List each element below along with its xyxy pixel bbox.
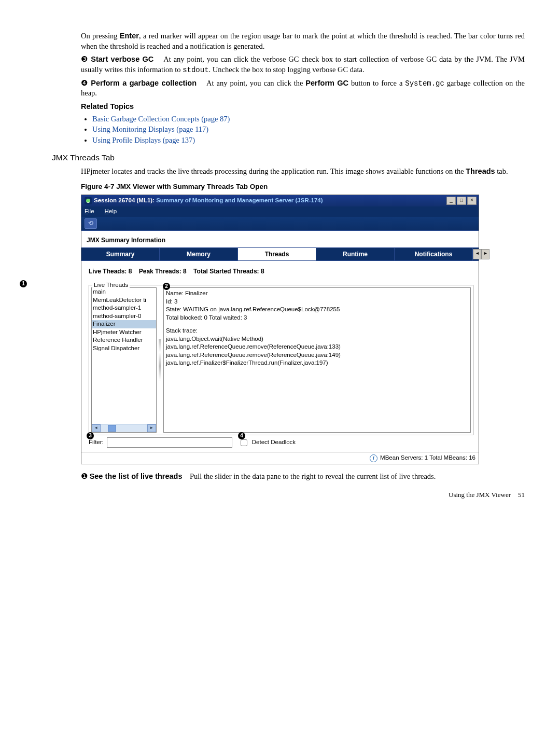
stack-line: java.lang.ref.ReferenceQueue.remove(Refe… — [166, 351, 468, 360]
thread-item[interactable]: method-sampler-1 — [92, 304, 156, 312]
para-perform-gc: ❹ Perform a garbage collection At any po… — [81, 78, 525, 99]
link-profile-displays[interactable]: Using Profile Displays (page 137) — [92, 136, 195, 144]
jmx-viewer-window: Session 26704 (ML1): Summary of Monitori… — [81, 195, 479, 464]
filter-label: Filter: — [89, 438, 104, 447]
live-threads-panel: Live Threads 1 main MemLeakDetector ti m… — [89, 285, 473, 435]
tab-scroll-left[interactable]: ◂ — [473, 249, 481, 259]
menubar: File Help — [81, 206, 479, 217]
para-see-list: ❶ See the list of live threads Pull the … — [81, 472, 525, 482]
section-title: JMX Summary Information — [81, 231, 479, 247]
para-start-verbose-gc: ❸ Start verbose GC At any point, you can… — [81, 54, 525, 75]
tab-notifications[interactable]: Notifications — [395, 248, 473, 260]
thread-item[interactable]: MemLeakDetector ti — [92, 296, 156, 305]
scroll-thumb[interactable] — [108, 425, 116, 432]
toolbar: ⟲ — [81, 217, 479, 231]
page-footer: Using the JMX Viewer51 — [35, 490, 525, 500]
tab-memory[interactable]: Memory — [160, 248, 238, 260]
scroll-left-icon[interactable]: ◂ — [92, 424, 101, 432]
thread-stats: Live Theads: 8 Peak Threads: 8 Total Sta… — [89, 267, 473, 275]
tab-row: Summary Memory Threads Runtime Notificat… — [81, 247, 479, 261]
link-gc-concepts[interactable]: Basic Garbage Collection Concepts (page … — [92, 115, 230, 123]
thread-item[interactable]: method-sampler-0 — [92, 312, 156, 321]
menu-help[interactable]: Help — [105, 208, 117, 216]
para-jmx-threads: HPjmeter locates and tracks the live thr… — [81, 167, 525, 177]
splitter-handle[interactable] — [159, 339, 161, 381]
thread-item[interactable]: Reference Handler — [92, 336, 156, 344]
tab-runtime[interactable]: Runtime — [316, 248, 395, 260]
info-icon: i — [370, 454, 377, 462]
figure-caption: Figure 4-7 JMX Viewer with Summary Threa… — [81, 182, 525, 191]
tab-scroll-right[interactable]: ▸ — [481, 249, 489, 259]
window-titlebar: Session 26704 (ML1): Summary of Monitori… — [81, 195, 479, 206]
window-maximize-button[interactable]: □ — [457, 197, 466, 205]
window-title: Session 26704 (ML1): Summary of Monitori… — [94, 197, 446, 205]
link-monitoring-displays[interactable]: Using Monitoring Displays (page 117) — [92, 125, 208, 133]
thread-list-scrollbar[interactable]: ◂ ▸ — [92, 424, 156, 432]
filter-input[interactable] — [107, 437, 232, 448]
thread-item[interactable]: HPjmeter Watcher — [92, 328, 156, 337]
para-enter: On pressing Enter, a red marker will app… — [81, 31, 525, 51]
stack-line: java.lang.ref.Finalizer$FinalizerThread.… — [166, 359, 468, 367]
detail-blocked: Total blocked: 0 Total waited: 3 — [166, 314, 468, 322]
window-minimize-button[interactable]: _ — [446, 197, 456, 205]
related-topics-list: Basic Garbage Collection Concepts (page … — [35, 114, 525, 146]
callout-3-icon: 3 — [87, 432, 94, 439]
thread-detail-panel: 2 Name: Finalizer Id: 3 State: WAITING o… — [163, 287, 471, 433]
detect-deadlock-label: Detect Deadlock — [252, 438, 296, 447]
detail-state: State: WAITING on java.lang.ref.Referenc… — [166, 306, 468, 314]
detect-deadlock-checkbox[interactable] — [241, 439, 247, 446]
thread-item-selected[interactable]: Finalizer — [92, 320, 156, 328]
callout-1-icon: 1 — [20, 280, 27, 287]
callout-2-icon: 2 — [163, 283, 170, 290]
scroll-right-icon[interactable]: ▸ — [147, 424, 156, 432]
thread-list[interactable]: main MemLeakDetector ti method-sampler-1… — [91, 287, 157, 433]
detail-name: Name: Finalizer — [166, 289, 468, 298]
related-topics-heading: Related Topics — [81, 102, 525, 112]
thread-item[interactable]: Signal Dispatcher — [92, 344, 156, 353]
tab-threads[interactable]: Threads — [238, 248, 316, 260]
detail-stack-label: Stack trace: — [166, 327, 468, 335]
stack-line: java.lang.Object.wait(Native Method) — [166, 335, 468, 343]
callout-4-icon: 4 — [238, 432, 245, 439]
live-threads-legend: Live Threads — [92, 281, 130, 289]
back-button[interactable]: ⟲ — [85, 218, 97, 229]
tab-summary[interactable]: Summary — [81, 248, 160, 260]
marker-1-icon: ❶ — [81, 472, 88, 480]
filter-row: 3 4 Filter: Detect Deadlock — [89, 437, 473, 448]
heading-jmx-threads-tab: JMX Threads Tab — [52, 153, 525, 163]
menu-file[interactable]: File — [85, 208, 94, 216]
detail-id: Id: 3 — [166, 298, 468, 306]
stack-line: java.lang.ref.ReferenceQueue.remove(Refe… — [166, 343, 468, 351]
marker-3-icon: ❸ — [81, 55, 88, 63]
app-icon — [85, 197, 92, 204]
window-close-button[interactable]: × — [467, 197, 477, 205]
statusbar: i MBean Servers: 1 Total MBeans: 16 — [81, 452, 479, 464]
marker-4-icon: ❹ — [81, 79, 88, 87]
